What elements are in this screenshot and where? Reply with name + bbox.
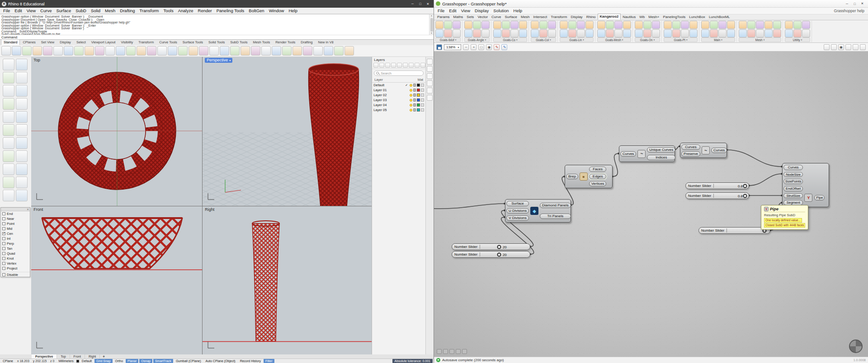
ribbon-group-label[interactable]: Mesh [739, 37, 781, 42]
new-viewport-icon[interactable] [100, 354, 108, 358]
tool-icon[interactable] [16, 163, 28, 175]
toolbar-icon[interactable] [105, 46, 115, 56]
component-icon[interactable] [785, 29, 793, 37]
rhino-menu-item[interactable]: Paneling Tools [214, 8, 247, 14]
active-layer-button[interactable]: Default [80, 359, 94, 363]
rhino-menu-item[interactable]: Tools [161, 8, 176, 14]
tool-icon[interactable] [3, 150, 14, 162]
panel-tab-icon[interactable] [427, 73, 433, 79]
tool-icon[interactable] [16, 111, 28, 123]
grasshopper-menu-item[interactable]: Solution [491, 8, 511, 14]
units-button[interactable]: Millimeters [57, 359, 75, 363]
toolbar-icon[interactable] [251, 46, 260, 56]
layer-color-swatch[interactable] [417, 103, 420, 107]
osnap-checkbox[interactable] [2, 257, 5, 260]
zoom-extents-icon[interactable] [478, 44, 484, 50]
number-slider-u-divisions[interactable]: Number Slider 20 [452, 243, 530, 250]
layer-material-swatch[interactable] [421, 98, 424, 102]
tool-icon[interactable] [16, 177, 28, 188]
pipe-output[interactable]: Pipe [814, 195, 825, 200]
osnap-option[interactable]: Perp [1, 241, 30, 246]
toolbar-icon[interactable] [189, 46, 198, 56]
osnap-checkbox[interactable] [2, 227, 5, 230]
component-icon[interactable] [664, 21, 672, 29]
component-tab[interactable]: LunchBoxML [707, 14, 732, 20]
layer-color-swatch[interactable] [417, 84, 420, 87]
status-toggle[interactable]: Record History [238, 359, 263, 363]
component-icon[interactable] [635, 21, 643, 29]
component-icon[interactable] [531, 21, 539, 29]
grasshopper-menu-item[interactable]: Help [511, 8, 525, 14]
rhino-menu-item[interactable]: Window [267, 8, 287, 14]
osnap-disable-option[interactable]: Disable [1, 272, 30, 277]
toolbar-icon[interactable] [64, 46, 73, 56]
osnap-option[interactable]: Point [1, 221, 30, 226]
toolbar-tab[interactable]: Viewport Layout [89, 39, 118, 45]
rhino-menu-item[interactable]: SubD [73, 8, 89, 14]
rhino-menu-item[interactable]: BoltGen [246, 8, 266, 14]
pipe-input-curves[interactable]: Curves [783, 165, 803, 170]
ribbon-group-label[interactable]: Goals-Col [531, 37, 556, 42]
rhino-menu-item[interactable]: Mesh [103, 8, 118, 14]
component-icon[interactable] [548, 21, 556, 29]
number-slider-strutsize[interactable]: Number Slider 0.8 [685, 192, 749, 199]
layers-toolbar-icon[interactable] [415, 63, 420, 68]
preview-eye-icon[interactable] [486, 44, 492, 50]
layer-lock-icon[interactable] [413, 93, 416, 97]
status-toggle[interactable]: Auto CPlane (Object) [204, 359, 237, 363]
pipe-input-sizepoints[interactable]: SizePoints [783, 179, 803, 184]
command-history[interactable]: Grasshopper option ( Window Document Sol… [0, 14, 434, 35]
component-tab[interactable]: Curve [490, 14, 503, 20]
osnap-checkbox[interactable] [2, 262, 5, 265]
panel-tab-icon[interactable] [427, 66, 433, 72]
number-slider-segment[interactable]: Number Slider [698, 227, 770, 234]
osnap-option[interactable]: Near [1, 216, 30, 221]
number-slider-v-divisions[interactable]: Number Slider 20 [452, 251, 530, 258]
toolbar-icon[interactable] [334, 46, 344, 56]
layer-name[interactable]: Layer 02 [373, 93, 404, 97]
component-icon[interactable] [560, 21, 568, 29]
toolbar-tab[interactable]: SubD Tools [227, 39, 250, 45]
component-icon[interactable] [773, 29, 781, 37]
toolbar-icon[interactable] [282, 46, 292, 56]
ribbon-group-label[interactable]: Goals-On [635, 37, 660, 42]
tool-icon[interactable] [16, 124, 28, 136]
component-tab[interactable]: Mesh+ [646, 14, 661, 20]
diamond-panels-node[interactable]: Surface U Divisions V Divisions Diamond … [505, 199, 571, 223]
component-icon[interactable] [689, 29, 698, 37]
toolbar-icon[interactable] [157, 46, 167, 56]
component-icon[interactable] [756, 21, 764, 29]
component-icon[interactable] [718, 29, 726, 37]
component-icon[interactable] [597, 21, 605, 29]
component-icon[interactable] [701, 29, 709, 37]
component-icon[interactable] [606, 29, 614, 37]
layer-material-swatch[interactable] [421, 84, 424, 87]
layer-visibility-icon[interactable] [410, 99, 412, 102]
component-icon[interactable] [464, 29, 472, 37]
preserve-input-curves[interactable]: Curves [681, 144, 700, 150]
tool-icon[interactable] [3, 177, 14, 188]
component-icon[interactable] [539, 29, 547, 37]
document-selector[interactable]: Grasshopper help [834, 9, 867, 13]
tool-icon[interactable] [3, 190, 14, 201]
layer-material-swatch[interactable] [421, 103, 424, 107]
slider-grip[interactable] [743, 184, 747, 188]
toolbar-tab[interactable]: Transform [136, 39, 156, 45]
layer-row[interactable]: Layer 04 [372, 102, 425, 107]
viewport-tab[interactable]: Perspective [32, 354, 57, 358]
osnap-checkbox[interactable] [2, 242, 5, 245]
command-scrollbar[interactable]: ▲▼ [429, 14, 434, 35]
panels-input-surface[interactable]: Surface [506, 201, 529, 206]
toolbar-icon[interactable] [178, 46, 188, 56]
layer-name[interactable]: Default [373, 83, 404, 87]
slider-grip[interactable] [497, 252, 501, 256]
panels-output-tri[interactable]: Tri Panels [540, 214, 571, 219]
component-icon[interactable] [652, 21, 660, 29]
toolbar-icon[interactable] [74, 46, 84, 56]
preserve-curves-node[interactable]: Curves Preserve Curves [680, 143, 727, 158]
osnap-option[interactable]: Mid [1, 226, 30, 231]
slider-grip[interactable] [743, 194, 747, 198]
maximize-icon[interactable] [851, 1, 859, 7]
grasshopper-canvas[interactable]: Surface U Divisions V Divisions Diamond … [434, 51, 868, 357]
ribbon-group-label[interactable]: Goals-6dof [435, 37, 461, 42]
